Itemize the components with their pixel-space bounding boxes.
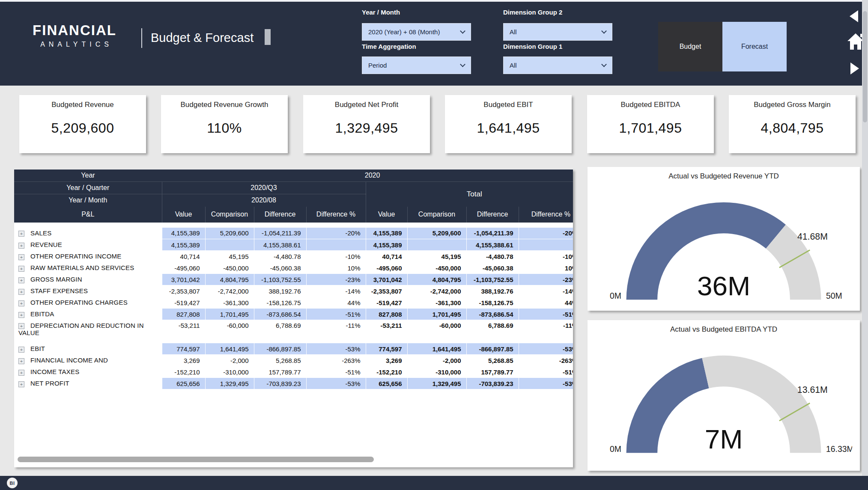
expand-icon[interactable]: + bbox=[18, 370, 24, 376]
expand-icon[interactable]: + bbox=[18, 323, 24, 329]
bi-badge[interactable]: BI bbox=[7, 478, 18, 488]
kpi-card-budgeted-ebit: Budgeted EBIT 1,641,495 bbox=[445, 95, 572, 153]
column-header: Value bbox=[366, 207, 407, 223]
status-bar: BI bbox=[0, 476, 868, 490]
time-aggregation-value: Period bbox=[368, 62, 387, 69]
expand-icon[interactable]: + bbox=[18, 347, 24, 353]
cell: -495,060 bbox=[366, 262, 407, 274]
table-row: +GROSS MARGIN3,701,0424,804,795-1,103,75… bbox=[14, 274, 573, 285]
kpi-card-budgeted-ebitda: Budgeted EBITDA 1,701,495 bbox=[587, 95, 714, 153]
cell: -60,000 bbox=[407, 320, 466, 343]
page-scrollbar-thumb[interactable] bbox=[863, 11, 867, 122]
horizontal-scrollbar[interactable] bbox=[18, 457, 374, 462]
cell: -10% bbox=[306, 251, 366, 262]
cell: -703,839.23 bbox=[254, 378, 306, 389]
kpi-title: Budgeted Net Profit bbox=[303, 101, 430, 109]
cell: 5,268.85 bbox=[466, 355, 519, 366]
cell: 157,789.77 bbox=[254, 366, 306, 378]
cell: -51% bbox=[519, 309, 573, 320]
cell: -152,210 bbox=[366, 366, 407, 378]
expand-icon[interactable]: + bbox=[18, 266, 24, 272]
kpi-value: 4,804,795 bbox=[729, 120, 856, 136]
forecast-button[interactable]: Forecast bbox=[722, 22, 787, 71]
cell: -703,839.23 bbox=[466, 378, 519, 389]
row-label-cell: +GROSS MARGIN bbox=[14, 274, 162, 285]
kpi-value: 1,329,495 bbox=[303, 120, 430, 136]
logo-text-financial: FINANCIAL bbox=[25, 22, 124, 39]
cell: 1,701,495 bbox=[205, 309, 254, 320]
row-label: STAFF EXPENSES bbox=[30, 287, 88, 294]
cell: -495,060 bbox=[162, 262, 205, 274]
app-logo: FINANCIAL ANALYTICS bbox=[25, 22, 124, 48]
column-header: Comparison bbox=[407, 207, 466, 223]
cell: 45,195 bbox=[407, 251, 466, 262]
expand-icon[interactable]: + bbox=[18, 300, 24, 306]
header-quarter-value: 2020/Q3 bbox=[162, 182, 366, 194]
title-divider bbox=[141, 28, 142, 48]
expand-icon[interactable]: + bbox=[18, 254, 24, 260]
cell: -53% bbox=[306, 343, 366, 355]
kpi-card-budgeted-revenue-growth: Budgeted Revenue Growth 110% bbox=[161, 95, 288, 153]
cell: -45,060.38 bbox=[466, 262, 519, 274]
row-label-cell: +STAFF EXPENSES bbox=[14, 285, 162, 297]
row-label: SALES bbox=[30, 229, 51, 237]
cell: 625,656 bbox=[162, 378, 205, 389]
cell: -310,000 bbox=[205, 366, 254, 378]
cell: -4,480.78 bbox=[466, 251, 519, 262]
kpi-title: Budgeted Revenue Growth bbox=[161, 101, 288, 109]
dimension-group-2-dropdown[interactable]: All bbox=[503, 23, 612, 41]
expand-icon[interactable]: + bbox=[18, 381, 24, 387]
back-arrow-icon[interactable] bbox=[850, 10, 858, 22]
cell: -866,897.85 bbox=[254, 343, 306, 355]
page-title: Budget & Forecast bbox=[151, 31, 254, 45]
ebitda-gauge-chart: 7M0M16.33M13.61M bbox=[595, 335, 852, 459]
cell: 5,209,600 bbox=[205, 228, 254, 239]
expand-icon[interactable]: + bbox=[18, 289, 24, 295]
gauge-target-label: 13.61M bbox=[797, 385, 828, 395]
row-label: DEPRECIATION AND REDUCTION IN VALUE bbox=[18, 322, 144, 336]
gauge-max-label: 16.33M bbox=[826, 444, 852, 454]
cell: -23% bbox=[519, 274, 573, 285]
forward-arrow-icon[interactable] bbox=[850, 62, 859, 74]
expand-icon[interactable]: + bbox=[18, 312, 24, 318]
header-quarter-label: Year / Quarter bbox=[14, 182, 162, 194]
column-header: Difference % bbox=[306, 207, 366, 223]
cell: -873,686.54 bbox=[254, 309, 306, 320]
budget-button[interactable]: Budget bbox=[658, 22, 722, 71]
dimension-group-2-value: All bbox=[510, 28, 517, 36]
cell: -14% bbox=[519, 285, 573, 297]
home-icon[interactable] bbox=[847, 33, 864, 50]
gauge-target-label: 41.68M bbox=[797, 232, 828, 242]
kpi-title: Budgeted EBIT bbox=[445, 101, 572, 109]
table-row: +EBIT774,5971,641,495-866,897.85-53%774,… bbox=[14, 343, 573, 355]
chevron-down-icon bbox=[460, 62, 465, 67]
kpi-card-budgeted-revenue: Budgeted Revenue 5,209,600 bbox=[19, 95, 146, 153]
cell: -51% bbox=[519, 366, 573, 378]
cell: 40,714 bbox=[162, 251, 205, 262]
cell: 4,155,389 bbox=[162, 228, 205, 239]
page-scrollbar[interactable] bbox=[862, 0, 868, 476]
expand-icon[interactable]: + bbox=[18, 358, 24, 364]
table-row: +OTHER OPERATING INCOME40,71445,195-4,48… bbox=[14, 251, 573, 262]
kpi-value: 1,701,495 bbox=[587, 120, 714, 136]
dimension-group-1-dropdown[interactable]: All bbox=[503, 56, 612, 74]
cell: -873,686.54 bbox=[466, 309, 519, 320]
row-label: GROSS MARGIN bbox=[30, 276, 82, 283]
dimension-group-2-label: Dimension Group 2 bbox=[503, 9, 562, 16]
cell: -263% bbox=[519, 355, 573, 366]
time-aggregation-dropdown[interactable]: Period bbox=[362, 56, 471, 74]
cell: 3,269 bbox=[366, 355, 407, 366]
cell: 10% bbox=[519, 262, 573, 274]
revenue-gauge-chart: 36M0M50M41.68M bbox=[595, 181, 852, 306]
cell: 4,155,388.61 bbox=[466, 239, 519, 251]
year-month-dropdown[interactable]: 2020 (Year) + 08 (Month) bbox=[362, 23, 471, 41]
expand-icon[interactable]: + bbox=[18, 243, 24, 249]
expand-icon[interactable]: + bbox=[18, 231, 24, 237]
chevron-down-icon bbox=[601, 28, 607, 34]
expand-icon[interactable]: + bbox=[18, 277, 24, 283]
cell: 4,804,795 bbox=[205, 274, 254, 285]
dimension-group-1-value: All bbox=[510, 62, 517, 69]
cell: 40,714 bbox=[366, 251, 407, 262]
kpi-card-budgeted-net-profit: Budgeted Net Profit 1,329,495 bbox=[303, 95, 430, 153]
cell: -866,897.85 bbox=[466, 343, 519, 355]
